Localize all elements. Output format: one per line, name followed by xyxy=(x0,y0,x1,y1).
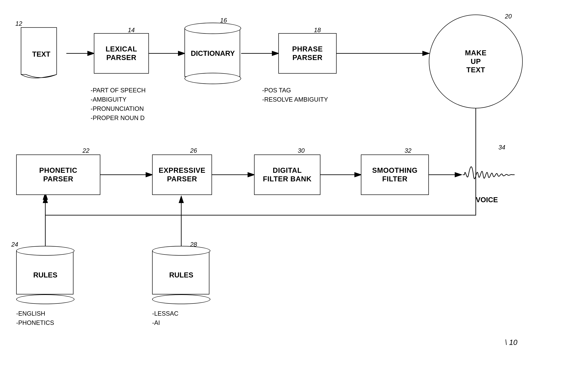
dictionary-label: DICTIONARY xyxy=(191,49,235,58)
text-node: TEXT xyxy=(20,26,63,82)
rules-28-annotation: -LESSAC -AI xyxy=(152,309,179,328)
figure-number: \ 10 xyxy=(505,338,517,347)
fig-number-label: \ xyxy=(505,338,509,347)
lexical-parser-ref: 14 xyxy=(128,27,135,34)
phrase-annotation: -POS TAG -RESOLVE AMBIGUITY xyxy=(262,86,328,104)
text-ref: 12 xyxy=(15,20,22,27)
text-node-label: TEXT xyxy=(32,50,50,58)
phonetic-parser-label: PHONETICPARSER xyxy=(39,166,77,183)
lexical-annotation-text: -PART OF SPEECH -AMBIGUITY -PRONUNCIATIO… xyxy=(91,87,146,121)
phrase-parser-label: PHRASEPARSER xyxy=(292,45,323,62)
makeup-text-label: MAKEUPTEXT xyxy=(465,49,487,74)
lexical-parser-label: LEXICALPARSER xyxy=(105,45,137,62)
phonetic-parser-node: PHONETICPARSER xyxy=(16,155,100,195)
rules-24-node: RULES xyxy=(16,246,74,304)
expressive-parser-ref: 26 xyxy=(190,147,197,154)
rules-24-ref: 24 xyxy=(11,241,18,248)
rules-28-node: RULES xyxy=(152,246,210,304)
lexical-parser-node: LEXICALPARSER xyxy=(94,33,149,74)
dictionary-node: DICTIONARY xyxy=(184,23,241,84)
voice-wave xyxy=(461,157,518,193)
expressive-parser-node: EXPRESSIVEPARSER xyxy=(152,155,212,195)
makeup-text-node: MAKEUPTEXT xyxy=(429,15,523,108)
makeup-text-ref: 20 xyxy=(505,13,512,20)
smoothing-filter-ref: 32 xyxy=(405,147,411,154)
rules-24-annotation: -ENGLISH -PHONETICS xyxy=(16,309,54,328)
phonetic-parser-ref: 22 xyxy=(82,147,89,154)
rules-28-annotation-text: -LESSAC -AI xyxy=(152,310,179,326)
phrase-annotation-text: -POS TAG -RESOLVE AMBIGUITY xyxy=(262,87,328,103)
lexical-annotation: -PART OF SPEECH -AMBIGUITY -PRONUNCIATIO… xyxy=(91,86,146,123)
phrase-parser-node: PHRASEPARSER xyxy=(278,33,337,74)
phrase-parser-ref: 18 xyxy=(314,27,321,34)
diagram: TEXT 12 LEXICALPARSER 14 DICTIONARY 16 P… xyxy=(0,0,574,392)
rules-24-label: RULES xyxy=(33,271,57,279)
smoothing-filter-node: SMOOTHINGFILTER xyxy=(361,155,429,195)
digital-filter-bank-label: DIGITALFILTER BANK xyxy=(263,166,311,183)
smoothing-filter-label: SMOOTHINGFILTER xyxy=(372,166,417,183)
digital-filter-bank-ref: 30 xyxy=(298,147,305,154)
rules-24-annotation-text: -ENGLISH -PHONETICS xyxy=(16,310,54,326)
expressive-parser-label: EXPRESSIVEPARSER xyxy=(159,166,205,183)
fig-number-value: 10 xyxy=(509,338,517,347)
rules-28-label: RULES xyxy=(169,271,193,279)
voice-label: VOICE xyxy=(476,196,498,204)
voice-ref: 34 xyxy=(498,144,505,151)
digital-filter-bank-node: DIGITALFILTER BANK xyxy=(254,155,320,195)
